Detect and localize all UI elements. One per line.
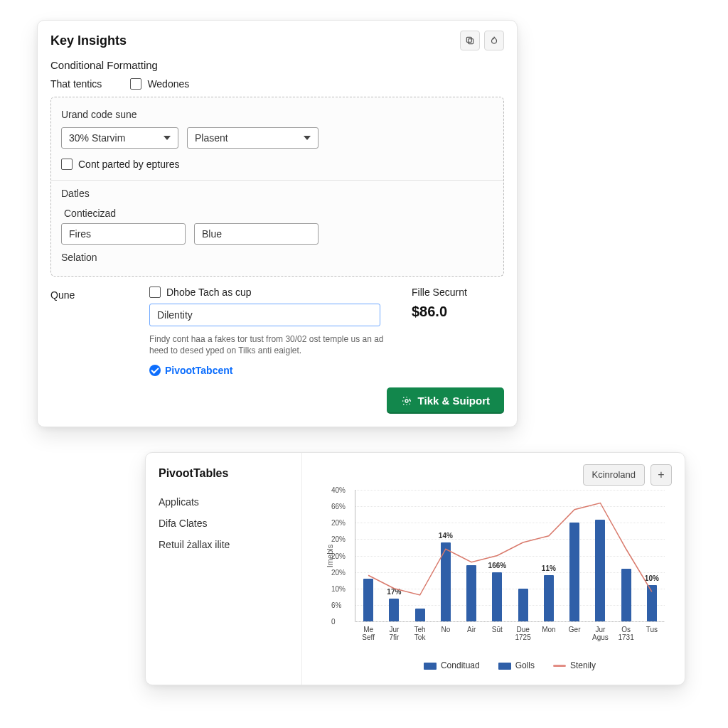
bar-value-label: 17% [387, 588, 401, 596]
price-label: Fille Securnt [412, 287, 504, 298]
svg-rect-0 [469, 39, 473, 44]
chart-bar [441, 542, 451, 621]
key-insights-panel: Key Insights Conditional Formatting That… [37, 20, 518, 427]
plus-icon: + [658, 469, 664, 481]
contiecizad-label: Contiecizad [61, 208, 493, 219]
x-tick-label: Os 1731 [619, 621, 634, 641]
chart-bar [415, 609, 425, 622]
y-tick-label: 20% [331, 568, 346, 576]
sidebar-title: PivootTables [159, 467, 289, 480]
plasent-select[interactable]: Plasent [187, 127, 318, 149]
chevron-down-icon [304, 136, 311, 140]
chart-bar [569, 523, 579, 621]
chart-bar [544, 575, 554, 621]
dhobe-checkbox[interactable] [149, 287, 161, 298]
option-a-label: That tentics [50, 78, 102, 90]
chart-bar [363, 579, 373, 621]
chart-bar [466, 565, 476, 621]
legend-item: Stenily [553, 660, 596, 670]
y-tick-label: 10% [331, 584, 346, 592]
flame-icon[interactable] [484, 31, 504, 50]
wedones-checkbox[interactable] [130, 78, 141, 90]
sidebar-item-retuil[interactable]: Retuil żallax ilite [159, 534, 289, 555]
chart: 40%66%20%20%20%20%10%6%0ImeblsMe Seff17%… [315, 490, 672, 675]
x-tick-label: Jur 7fir [389, 621, 399, 641]
x-tick-label: Teh Tok [414, 621, 426, 641]
svg-point-2 [405, 400, 408, 402]
bar-value-label: 11% [542, 564, 556, 572]
chevron-down-icon [164, 136, 171, 140]
sidebar-item-applicats[interactable]: Applicats [159, 491, 289, 513]
chart-bar [595, 520, 605, 621]
select-value: Plasent [195, 132, 228, 144]
bar-value-label: 10% [645, 574, 659, 582]
y-tick-label: 20% [331, 535, 346, 543]
button-label: Tikk & Suiport [418, 395, 490, 407]
y-tick-label: 40% [331, 486, 346, 494]
select-value: 30% Starvim [69, 132, 125, 144]
x-tick-label: Due 1725 [515, 621, 531, 641]
input-value: Dilentity [157, 309, 193, 321]
chart-bar [621, 569, 631, 621]
copy-icon[interactable] [460, 31, 480, 50]
check-circle-icon [149, 365, 161, 376]
bar-value-label: 166% [488, 562, 507, 569]
sidebar-item-difa-clates[interactable]: Difa Clates [159, 513, 289, 534]
fires-input[interactable]: Fires [61, 223, 186, 245]
chart-bar [492, 572, 502, 621]
cont-parted-checkbox[interactable] [61, 159, 73, 170]
tikk-support-button[interactable]: Tikk & Suiport [387, 387, 504, 414]
qune-label: Qune [50, 287, 132, 376]
pivottabcent-link[interactable]: PivootTabcent [149, 365, 395, 376]
dates-heading: Datles [61, 188, 493, 199]
starvim-select[interactable]: 30% Starvim [61, 127, 178, 149]
cont-parted-label: Cont parted by eptures [78, 159, 179, 170]
y-tick-label: 66% [331, 503, 346, 510]
x-tick-label: Air [467, 621, 476, 633]
gear-icon [401, 395, 412, 407]
kcinroland-button[interactable]: Kcinroland [583, 464, 645, 486]
conditional-formatting-heading: Conditional Formatting [50, 59, 504, 71]
config-fieldset: Urand code sune 30% Starvim Plasent Cont… [50, 97, 504, 277]
x-tick-label: Ger [569, 621, 581, 633]
add-button[interactable]: + [651, 464, 672, 486]
dilentity-input[interactable]: Dilentity [149, 304, 380, 326]
price-value: $86.0 [412, 304, 504, 320]
x-tick-label: Tus [646, 621, 658, 633]
option-b-label: Wedones [147, 78, 189, 90]
legend-item: Condituad [424, 660, 480, 670]
x-tick-label: Jur Agus [592, 621, 609, 641]
blue-input[interactable]: Blue [194, 223, 318, 245]
dhobe-label: Dhobe Tach as cup [166, 287, 252, 298]
x-tick-label: No [441, 621, 450, 633]
selation-heading: Selation [61, 252, 493, 263]
y-tick-label: 0 [331, 618, 336, 626]
panel-title: Key Insights [50, 33, 127, 48]
svg-rect-1 [466, 37, 471, 42]
x-tick-label: Sūt [492, 621, 503, 633]
bar-value-label: 14% [439, 532, 453, 540]
y-tick-label: 20% [331, 519, 346, 527]
x-tick-label: Me Seff [362, 621, 375, 641]
panel1-header: Key Insights [38, 21, 517, 56]
input-value: Blue [202, 228, 222, 240]
help-text: Findy cont haa a fakes tor tust from 30/… [149, 333, 391, 356]
chart-bar [518, 589, 528, 621]
pivottables-panel: PivootTables Applicats Difa Clates Retui… [145, 452, 685, 685]
chart-bar [389, 599, 399, 621]
chart-bar [647, 585, 657, 621]
link-label: PivootTabcent [165, 365, 232, 376]
fieldset-label: Urand code sune [61, 109, 493, 120]
y-axis-label: Imebls [326, 544, 334, 567]
legend-item: Golls [498, 660, 535, 670]
y-tick-label: 6% [331, 601, 341, 609]
pivottables-sidebar: PivootTables Applicats Difa Clates Retui… [146, 453, 302, 685]
input-value: Fires [69, 228, 91, 240]
x-tick-label: Mon [542, 621, 555, 633]
